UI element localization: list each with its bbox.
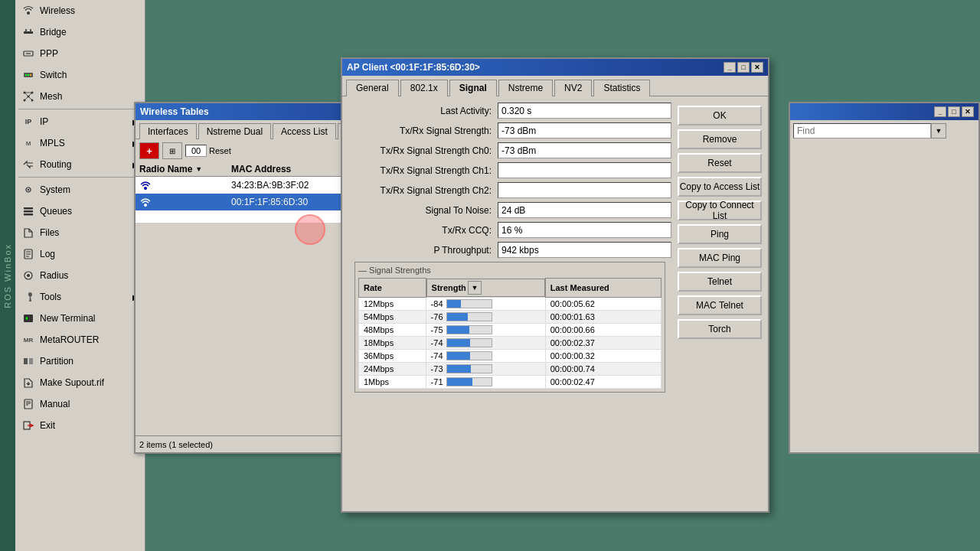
field-value-signal-noise[interactable]: [498, 202, 671, 218]
svg-point-30: [27, 274, 30, 277]
sidebar-item-newterminal[interactable]: New Terminal: [15, 308, 145, 329]
sidebar-label-bridge: Bridge: [40, 27, 67, 37]
ap-tab-nstreme[interactable]: Nstreme: [498, 80, 553, 96]
sidebar-item-partition[interactable]: Partition: [15, 350, 145, 372]
sidebar-item-wireless[interactable]: Wireless: [15, 0, 145, 21]
field-value-signal-ch2[interactable]: [498, 182, 671, 198]
field-label-signal-ch2: Tx/Rx Signal Strength Ch2:: [348, 185, 498, 196]
remove-button[interactable]: Remove: [678, 129, 762, 149]
mac-ping-button[interactable]: MAC Ping: [678, 248, 762, 268]
sidebar-item-makesupout[interactable]: Make Supout.rif: [15, 372, 145, 393]
ap-minimize-button[interactable]: _: [724, 62, 736, 73]
sidebar-item-exit[interactable]: Exit: [15, 415, 145, 436]
torch-button[interactable]: Torch: [678, 319, 762, 339]
ping-button[interactable]: Ping: [678, 224, 762, 244]
find-dropdown[interactable]: ▼: [931, 123, 946, 139]
svg-point-7: [25, 74, 27, 76]
ap-tab-8021x[interactable]: 802.1x: [400, 80, 448, 96]
ap-tab-statistics[interactable]: Statistics: [593, 80, 650, 96]
add-button[interactable]: +: [139, 142, 159, 159]
svg-line-19: [28, 96, 32, 100]
sidebar-item-tools[interactable]: Tools ▶: [15, 286, 145, 308]
sidebar-item-switch[interactable]: Switch: [15, 64, 145, 86]
rp-close-button[interactable]: ✕: [962, 106, 974, 117]
ok-button[interactable]: OK: [678, 106, 762, 126]
strength-dropdown[interactable]: ▼: [468, 281, 482, 295]
terminal-icon: [21, 311, 35, 325]
find-input[interactable]: [793, 123, 931, 139]
sidebar-item-mesh[interactable]: Mesh: [15, 86, 145, 107]
col-rate: Rate: [359, 279, 426, 298]
ppp-icon: [21, 47, 35, 60]
svg-point-8: [28, 74, 29, 76]
sidebar-item-mpls[interactable]: M MPLS ▶: [15, 132, 145, 154]
right-panel-controls: _ □ ✕: [934, 106, 974, 117]
field-signal-ch0: Tx/Rx Signal Strength Ch0:: [348, 142, 671, 158]
col-radio-name[interactable]: Radio Name ▼: [139, 164, 231, 174]
svg-point-0: [27, 11, 30, 15]
sidebar-label-files: Files: [40, 227, 59, 238]
reset-label-text[interactable]: Reset: [209, 146, 231, 155]
field-value-ccq[interactable]: [498, 222, 671, 238]
copy-connect-button[interactable]: Copy to Connect List: [678, 201, 762, 220]
queues-icon: [21, 204, 35, 218]
mac-telnet-button[interactable]: MAC Telnet: [678, 295, 762, 315]
telnet-button[interactable]: Telnet: [678, 272, 762, 292]
ap-tab-signal[interactable]: Signal: [449, 80, 497, 96]
sidebar-label-newterminal: New Terminal: [40, 313, 95, 324]
sidebar-item-ip[interactable]: IP IP ▶: [15, 111, 145, 132]
sidebar-item-metarouter[interactable]: MR MetaROUTER: [15, 329, 145, 350]
rp-minimize-button[interactable]: _: [934, 106, 946, 117]
switch-icon: [21, 68, 35, 82]
signal-last-measured: 00:00:00.66: [545, 323, 661, 336]
right-panel-titlebar[interactable]: _ □ ✕: [790, 103, 978, 120]
sidebar-item-ppp[interactable]: PPP: [15, 43, 145, 64]
sidebar-label-mesh: Mesh: [40, 91, 62, 102]
ap-tab-nv2[interactable]: NV2: [554, 80, 592, 96]
sidebar-label-log: Log: [40, 249, 55, 259]
sidebar-item-manual[interactable]: Manual: [15, 393, 145, 415]
tab-nstreme-dual[interactable]: Nstreme Dual: [198, 123, 271, 139]
signal-strength-cell: -75: [426, 323, 545, 336]
signal-row: 18Mbps -74 00:00:02.37: [359, 336, 662, 349]
tab-interfaces[interactable]: Interfaces: [139, 123, 197, 139]
ap-close-button[interactable]: ✕: [751, 62, 763, 73]
ap-buttons-panel: OK Remove Reset Copy to Access List Copy…: [678, 103, 762, 396]
reset-button[interactable]: Reset: [678, 153, 762, 173]
svg-rect-2: [25, 29, 27, 32]
field-value-throughput[interactable]: [498, 242, 671, 258]
sidebar-item-queues[interactable]: Queues: [15, 201, 145, 222]
sidebar-item-system[interactable]: System: [15, 179, 145, 201]
radius-icon: [21, 269, 35, 282]
signal-rate: 1Mbps: [359, 375, 426, 388]
signal-rate: 18Mbps: [359, 336, 426, 349]
copy-access-button[interactable]: Copy to Access List: [678, 177, 762, 197]
sidebar-item-radius[interactable]: Radius: [15, 265, 145, 286]
field-value-signal-ch0[interactable]: [498, 142, 671, 158]
system-icon: [21, 183, 35, 197]
field-value-signal-ch1[interactable]: [498, 162, 671, 178]
supout-icon: [21, 376, 35, 390]
sidebar-item-files[interactable]: Files: [15, 222, 145, 243]
signal-last-measured: 00:00:02.37: [545, 336, 661, 349]
ap-dialog-titlebar[interactable]: AP Client <00:1F:1F:85:6D:30> _ □ ✕: [342, 59, 768, 76]
sidebar-item-routing[interactable]: Routing ▶: [15, 154, 145, 175]
counter-value: 00: [185, 145, 207, 157]
ap-tab-general[interactable]: General: [346, 80, 399, 96]
field-value-last-activity[interactable]: [498, 103, 671, 119]
rp-maximize-button[interactable]: □: [948, 106, 960, 117]
tab-access-list[interactable]: Access List: [273, 123, 336, 139]
sidebar-label-system: System: [40, 184, 70, 195]
ap-maximize-button[interactable]: □: [737, 62, 750, 73]
sidebar-item-log[interactable]: Log: [15, 243, 145, 265]
svg-line-16: [24, 93, 28, 96]
filter-button[interactable]: ⊞: [162, 142, 182, 159]
row-wireless-icon-1: [139, 179, 152, 191]
field-value-signal-strength[interactable]: [498, 122, 671, 139]
field-signal-noise: Signal To Noise:: [348, 202, 671, 218]
sidebar-item-bridge[interactable]: Bridge: [15, 21, 145, 43]
svg-rect-32: [24, 358, 28, 364]
brand-label: ROS WinBox: [3, 243, 12, 308]
svg-rect-34: [24, 399, 32, 409]
signal-strengths-section: — Signal Strengths Rate Strength ▼ Last …: [354, 262, 665, 393]
